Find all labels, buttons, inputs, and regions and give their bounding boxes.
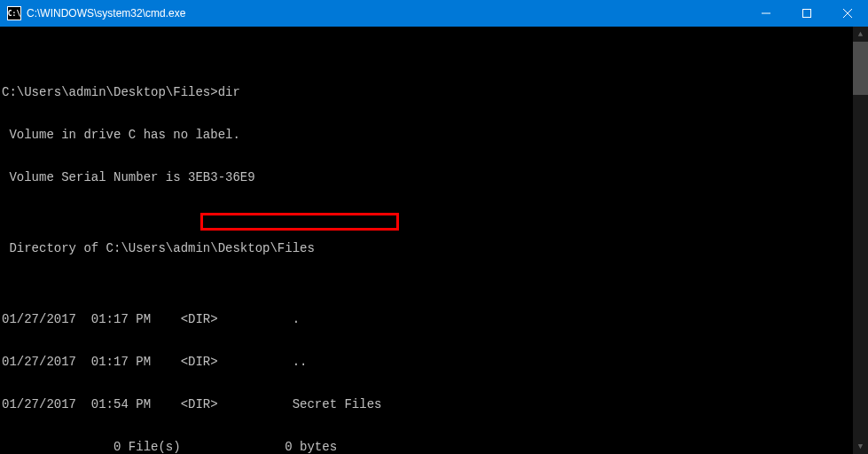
- scrollbar-thumb[interactable]: [853, 42, 868, 95]
- titlebar[interactable]: C:\ C:\WINDOWS\system32\cmd.exe: [0, 0, 868, 27]
- minimize-button[interactable]: [746, 0, 786, 27]
- cmd-icon-text: C:\: [8, 10, 20, 18]
- cmd-icon: C:\: [7, 6, 21, 20]
- maximize-button[interactable]: [786, 0, 827, 27]
- terminal-line: C:\Users\admin\Desktop\Files>dir: [2, 85, 868, 99]
- scrollbar[interactable]: ▲ ▼: [853, 27, 868, 454]
- minimize-icon: [762, 9, 770, 18]
- scrollbar-up-button[interactable]: ▲: [853, 27, 868, 42]
- terminal-line: 0 File(s) 0 bytes: [2, 440, 868, 454]
- cmd-window: C:\ C:\WINDOWS\system32\cmd.exe C:\Users…: [0, 0, 868, 454]
- terminal-line: Directory of C:\Users\admin\Desktop\File…: [2, 241, 868, 255]
- maximize-icon: [802, 9, 811, 18]
- terminal-line: 01/27/2017 01:17 PM <DIR> ..: [2, 355, 868, 369]
- terminal-line: Volume in drive C has no label.: [2, 128, 868, 142]
- svg-rect-1: [803, 10, 811, 18]
- terminal-line: Volume Serial Number is 3EB3-36E9: [2, 170, 868, 184]
- terminal-area[interactable]: C:\Users\admin\Desktop\Files>dir Volume …: [0, 27, 868, 454]
- close-icon: [843, 9, 852, 18]
- terminal-line: 01/27/2017 01:17 PM <DIR> .: [2, 312, 868, 326]
- window-title: C:\WINDOWS\system32\cmd.exe: [27, 7, 746, 20]
- scrollbar-down-button[interactable]: ▼: [853, 439, 868, 454]
- titlebar-buttons: [746, 0, 868, 27]
- close-button[interactable]: [827, 0, 868, 27]
- highlight-annotation: [200, 213, 399, 231]
- terminal-line: 01/27/2017 01:54 PM <DIR> Secret Files: [2, 397, 868, 411]
